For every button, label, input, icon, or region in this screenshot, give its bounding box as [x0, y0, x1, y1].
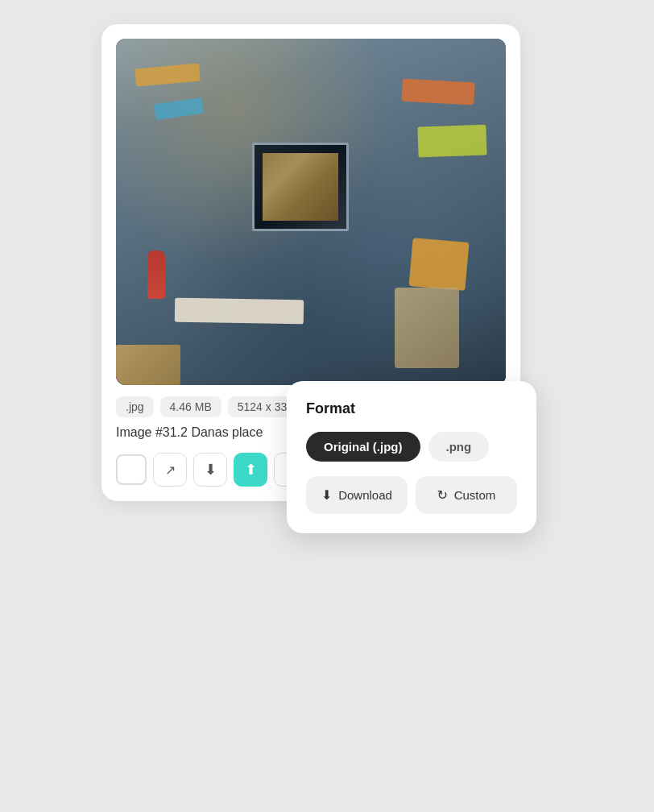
- download-icon: ⬇: [205, 461, 217, 478]
- custom-format-label: Custom: [454, 488, 496, 502]
- wall-sign-3: [417, 124, 486, 157]
- format-png-option[interactable]: .png: [428, 432, 490, 462]
- image-scene: [116, 39, 506, 385]
- format-options: Original (.jpg) .png: [306, 432, 517, 462]
- size-badge: 4.46 MB: [160, 396, 221, 417]
- download-format-icon: ⬇: [321, 487, 332, 503]
- upload-icon: ⬆: [245, 461, 257, 478]
- custom-format-icon: ↺: [437, 487, 448, 503]
- format-original-option[interactable]: Original (.jpg): [306, 432, 420, 462]
- format-badge: .jpg: [116, 396, 154, 417]
- open-external-button[interactable]: ↗: [153, 453, 187, 487]
- download-format-label: Download: [338, 488, 392, 502]
- format-dropdown: Format Original (.jpg) .png ⬇ Download ↺…: [287, 381, 536, 533]
- format-title: Format: [306, 400, 517, 417]
- select-checkbox[interactable]: [116, 454, 147, 485]
- format-actions: ⬇ Download ↺ Custom: [306, 476, 517, 514]
- wall-sign-6: [408, 238, 469, 291]
- window: [252, 143, 349, 231]
- upload-button[interactable]: ⬆: [234, 453, 267, 487]
- download-format-button[interactable]: ⬇ Download: [306, 476, 408, 514]
- image-preview: [116, 39, 506, 385]
- table: [116, 345, 180, 385]
- open-external-icon: ↗: [165, 462, 176, 478]
- wall-sign-4: [174, 297, 303, 324]
- download-action-button[interactable]: ⬇: [193, 453, 227, 487]
- fire-extinguisher: [147, 251, 165, 299]
- page-container: .jpg 4.46 MB 5124 x 3387 RGB Image #31.2…: [101, 24, 553, 501]
- custom-format-button[interactable]: ↺ Custom: [416, 476, 517, 514]
- chair: [395, 288, 459, 368]
- wall-sign-2: [402, 78, 475, 105]
